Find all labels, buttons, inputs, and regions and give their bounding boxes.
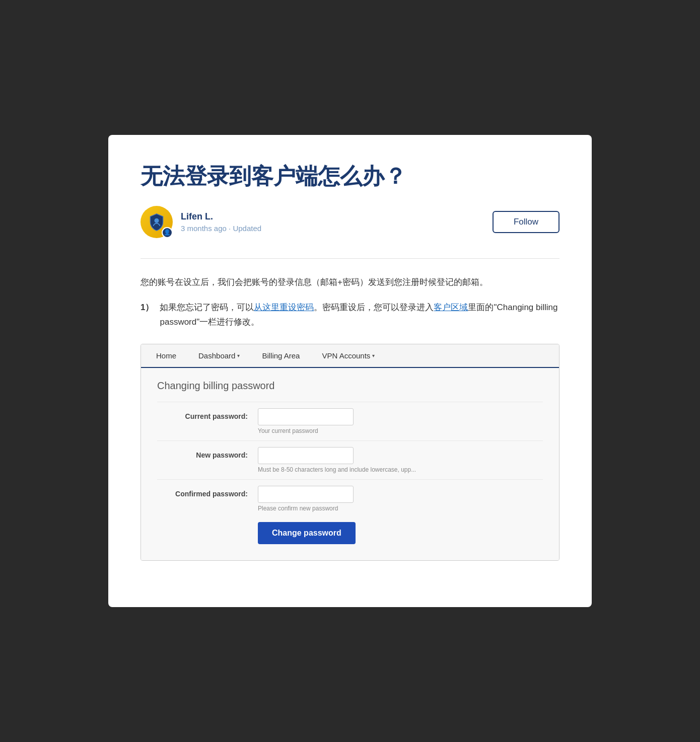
form-row-new: New password: Must be 8-50 characters lo… <box>157 440 543 479</box>
user-icon: 👤 <box>164 229 171 236</box>
page-title: 无法登录到客户端怎么办？ <box>141 163 559 190</box>
item-number: 1） <box>141 300 154 330</box>
author-time: 3 months ago <box>181 224 227 233</box>
nav-vpn-accounts[interactable]: VPN Accounts ▾ <box>311 344 386 367</box>
new-password-wrap: Must be 8-50 characters long and include… <box>258 447 543 473</box>
form-title: Changing billing password <box>157 380 543 392</box>
item-text-middle: 。密码重设后，您可以登录进入 <box>314 303 434 312</box>
vpn-arrow-icon: ▾ <box>372 353 375 358</box>
divider <box>141 258 559 259</box>
avatar-badge: 👤 <box>162 227 173 238</box>
svg-point-0 <box>155 218 159 223</box>
confirm-password-hint: Please confirm new password <box>258 505 543 512</box>
author-row: 👤 Lifen L. 3 months ago · Updated Follow <box>141 206 559 238</box>
numbered-item-1: 1） 如果您忘记了密码，可以从这里重设密码。密码重设后，您可以登录进入客户区域里… <box>141 300 559 330</box>
change-password-button[interactable]: Change password <box>258 522 356 544</box>
confirm-password-wrap: Please confirm new password <box>258 486 543 512</box>
current-password-wrap: Your current password <box>258 408 543 434</box>
content-section: 您的账号在设立后，我们会把账号的登录信息（邮箱+密码）发送到您注册时候登记的邮箱… <box>141 275 559 330</box>
avatar: 👤 <box>141 206 173 238</box>
author-name: Lifen L. <box>181 211 261 222</box>
client-area-link[interactable]: 客户区域 <box>434 303 468 312</box>
form-row-current: Current password: Your current password <box>157 402 543 440</box>
nav-home[interactable]: Home <box>145 344 187 367</box>
author-separator: · <box>229 224 231 233</box>
new-password-label: New password: <box>157 447 258 459</box>
current-password-input[interactable] <box>258 408 354 425</box>
form-row-confirm: Confirmed password: Please confirm new p… <box>157 479 543 518</box>
author-info: Lifen L. 3 months ago · Updated <box>181 211 261 233</box>
nav-billing-area[interactable]: Billing Area <box>251 344 311 367</box>
nav-screenshot: Home Dashboard ▾ Billing Area VPN Accoun… <box>141 344 559 561</box>
new-password-hint: Must be 8-50 characters long and include… <box>258 466 543 473</box>
nav-dashboard[interactable]: Dashboard ▾ <box>187 344 251 367</box>
reset-password-link[interactable]: 从这里重设密码 <box>254 303 314 312</box>
author-meta: 3 months ago · Updated <box>181 224 261 233</box>
current-password-hint: Your current password <box>258 427 543 434</box>
current-password-label: Current password: <box>157 408 258 420</box>
confirm-password-label: Confirmed password: <box>157 486 258 498</box>
new-password-input[interactable] <box>258 447 354 464</box>
follow-button[interactable]: Follow <box>493 211 559 233</box>
author-updated: Updated <box>233 224 261 233</box>
nav-bar: Home Dashboard ▾ Billing Area VPN Accoun… <box>141 344 559 368</box>
confirm-password-input[interactable] <box>258 486 354 503</box>
item-text-before: 如果您忘记了密码，可以 <box>160 303 254 312</box>
dashboard-arrow-icon: ▾ <box>237 353 240 358</box>
content-paragraph-1: 您的账号在设立后，我们会把账号的登录信息（邮箱+密码）发送到您注册时候登记的邮箱… <box>141 275 559 290</box>
author-left: 👤 Lifen L. 3 months ago · Updated <box>141 206 261 238</box>
main-card: 无法登录到客户端怎么办？ 👤 Lifen L. <box>108 135 592 607</box>
item-text: 如果您忘记了密码，可以从这里重设密码。密码重设后，您可以登录进入客户区域里面的"… <box>160 300 559 330</box>
form-section: Changing billing password Current passwo… <box>141 368 559 560</box>
